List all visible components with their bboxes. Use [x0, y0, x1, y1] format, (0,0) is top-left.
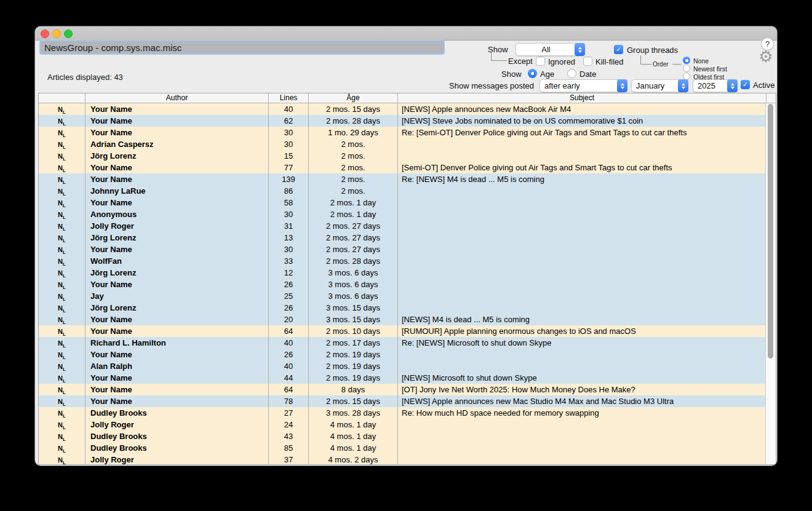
posted-label: Show messages posted: [449, 81, 534, 90]
row-subject: [Semi-OT] Denver Police giving out Air T…: [398, 162, 765, 173]
table-row[interactable]: NL Dudley Brooks 43 4 mos. 1 day: [39, 430, 765, 442]
active-checkbox[interactable]: ✓: [741, 80, 750, 89]
row-author: Jolly Roger: [86, 419, 269, 430]
row-age: 2 mos. 15 days: [309, 103, 398, 115]
article-status-icon: NL: [39, 419, 86, 430]
header-scrollbar-spacer: [766, 93, 776, 103]
table-row[interactable]: NL Your Name 58 2 mos. 1 day: [39, 197, 765, 208]
article-status-icon: NL: [39, 349, 86, 360]
row-author: Your Name: [86, 115, 269, 127]
table-row[interactable]: NL Alan Ralph 40 2 mos. 19 days: [39, 360, 765, 372]
table-row[interactable]: NL Jörg Lorenz 26 3 mos. 15 days: [39, 302, 765, 314]
row-lines: 15: [269, 150, 309, 162]
row-author: Jörg Lorenz: [86, 267, 269, 279]
article-status-icon: NL: [39, 115, 86, 127]
article-table-header: Author Lines Åge Subject: [39, 93, 776, 103]
row-subject: [NEWS] Steve Jobs nominated to be on US …: [398, 115, 765, 127]
row-lines: 26: [269, 302, 309, 314]
table-row[interactable]: NL Your Name 30 1 mo. 29 days Re: [Semi-…: [39, 127, 765, 138]
table-row[interactable]: NL Your Name 20 3 mos. 15 days [NEWS] M4…: [39, 314, 765, 325]
row-lines: 30: [269, 208, 309, 220]
article-status-icon: NL: [39, 454, 86, 464]
table-row[interactable]: NL Your Name 77 2 mos. [Semi-OT] Denver …: [39, 162, 765, 173]
row-author: Your Name: [86, 325, 269, 337]
row-subject: Re: [Semi-OT] Denver Police giving out A…: [398, 127, 765, 138]
row-author: Your Name: [86, 279, 269, 290]
scrollbar-thumb[interactable]: [768, 104, 773, 358]
table-row[interactable]: NL Adrian Caspersz 30 2 mos.: [39, 138, 765, 150]
newsgroup-name-field[interactable]: NewsGroup - comp.sys.mac.misc: [39, 40, 445, 55]
table-row[interactable]: NL Jolly Roger 24 4 mos. 1 day: [39, 419, 765, 430]
row-lines: 86: [269, 185, 309, 197]
article-status-icon: NL: [39, 162, 86, 173]
posted-year-popup[interactable]: 2025: [693, 79, 738, 92]
posted-when-popup[interactable]: after early: [539, 79, 627, 92]
table-row[interactable]: NL Jörg Lorenz 12 3 mos. 6 days: [39, 267, 765, 279]
table-row[interactable]: NL Your Name 44 2 mos. 19 days [NEWS] Mi…: [39, 372, 765, 384]
row-subject: [OT] Jony Ive Net Worth 2025: How Much M…: [398, 384, 765, 395]
zoom-window-button[interactable]: [64, 30, 73, 38]
row-lines: 62: [269, 115, 309, 127]
age-radio[interactable]: [528, 69, 537, 78]
table-row[interactable]: NL Your Name 64 8 days [OT] Jony Ive Net…: [39, 384, 765, 395]
table-row[interactable]: NL Jay 25 3 mos. 6 days: [39, 290, 765, 302]
article-rows: NL Your Name 40 2 mos. 15 days [NEWS] Ap…: [39, 103, 765, 464]
order-newest-first-label: Newest first: [693, 65, 727, 73]
ignored-checkbox[interactable]: [536, 57, 545, 66]
row-lines: 64: [269, 325, 309, 337]
kill-filed-checkbox[interactable]: [583, 57, 592, 66]
table-row[interactable]: NL Your Name 78 2 mos. 15 days [NEWS] Ap…: [39, 395, 765, 407]
header-icon-column[interactable]: [39, 93, 86, 103]
table-row[interactable]: NL Your Name 64 2 mos. 10 days [RUMOUR] …: [39, 325, 765, 337]
row-lines: 12: [269, 267, 309, 279]
settings-gear-icon[interactable]: ⚙: [758, 49, 774, 65]
article-status-icon: NL: [39, 267, 86, 279]
header-age[interactable]: Åge: [309, 93, 398, 103]
order-none-label: None: [693, 57, 709, 65]
table-row[interactable]: NL WolfFan 33 2 mos. 28 days: [39, 255, 765, 267]
row-lines: 85: [269, 442, 309, 454]
table-row[interactable]: NL Your Name 30 2 mos. 27 days: [39, 244, 765, 255]
table-row[interactable]: NL Your Name 26 2 mos. 19 days: [39, 349, 765, 360]
table-row[interactable]: NL Jolly Roger 37 4 mos. 2 days: [39, 454, 765, 464]
title-bar[interactable]: [35, 26, 777, 41]
vertical-scrollbar[interactable]: [765, 103, 776, 464]
header-subject[interactable]: Subject: [398, 93, 766, 103]
minimize-window-button[interactable]: [52, 30, 61, 38]
table-row[interactable]: NL Your Name 26 3 mos. 6 days: [39, 279, 765, 290]
row-author: Your Name: [86, 384, 269, 395]
table-row[interactable]: NL Anonymous 30 2 mos. 1 day: [39, 208, 765, 220]
table-row[interactable]: NL Richard L. Hamilton 40 2 mos. 17 days…: [39, 337, 765, 349]
date-radio[interactable]: [567, 69, 576, 78]
row-author: Dudley Brooks: [86, 407, 269, 419]
table-row[interactable]: NL Your Name 62 2 mos. 28 days [NEWS] St…: [39, 115, 765, 127]
order-newest-first-radio[interactable]: [683, 65, 690, 72]
row-subject: [RUMOUR] Apple planning enormous changes…: [398, 325, 765, 337]
table-row[interactable]: NL Jörg Lorenz 15 2 mos.: [39, 150, 765, 162]
table-row[interactable]: NL Dudley Brooks 27 3 mos. 28 days Re: H…: [39, 407, 765, 419]
table-row[interactable]: NL Dudley Brooks 85 4 mos. 1 day: [39, 442, 765, 454]
ignored-label: Ignored: [548, 57, 575, 66]
row-lines: 43: [269, 430, 309, 442]
row-subject: [398, 430, 765, 442]
table-row[interactable]: NL Your Name 139 2 mos. Re: [NEWS] M4 is…: [39, 173, 765, 185]
row-lines: 37: [269, 454, 309, 464]
row-subject: [NEWS] M4 is dead ... M5 is coming: [398, 314, 765, 325]
row-age: 2 mos. 19 days: [309, 372, 398, 384]
group-threads-checkbox[interactable]: ✓: [614, 45, 623, 54]
order-none-radio[interactable]: [683, 57, 690, 64]
close-window-button[interactable]: [41, 30, 49, 38]
table-row[interactable]: NL Your Name 40 2 mos. 15 days [NEWS] Ap…: [39, 103, 765, 115]
header-lines[interactable]: Lines: [269, 93, 309, 103]
row-author: Your Name: [86, 173, 269, 185]
table-row[interactable]: NL Jolly Roger 31 2 mos. 27 days: [39, 220, 765, 232]
table-row[interactable]: NL Jörg Lorenz 13 2 mos. 27 days: [39, 232, 765, 244]
date-label: Date: [579, 69, 596, 79]
newsreader-window: NewsGroup - comp.sys.mac.misc Articles d…: [35, 26, 777, 465]
table-row[interactable]: NL Johnny LaRue 86 2 mos.: [39, 185, 765, 197]
popup-arrows-icon: [575, 43, 585, 56]
posted-month-popup[interactable]: January: [631, 79, 688, 92]
show-filter-popup[interactable]: All: [515, 43, 585, 56]
popup-arrows-icon: [727, 79, 738, 92]
header-author[interactable]: Author: [86, 93, 269, 103]
